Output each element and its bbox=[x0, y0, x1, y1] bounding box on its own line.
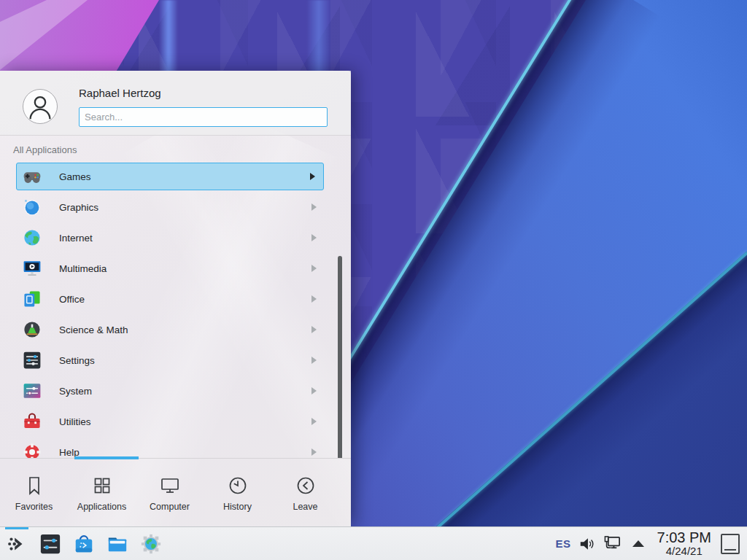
category-label: Office bbox=[59, 294, 85, 305]
submenu-arrow-icon bbox=[311, 234, 317, 241]
system-tray: ES 7:03 PM bbox=[556, 530, 747, 557]
category-label: Games bbox=[59, 171, 91, 182]
toolbox-icon bbox=[23, 412, 42, 431]
launcher-header: Raphael Hertzog bbox=[0, 71, 351, 136]
discover-bag-icon bbox=[73, 533, 95, 555]
globe-icon bbox=[23, 228, 42, 247]
discover-button[interactable] bbox=[70, 527, 98, 560]
system-settings-button[interactable] bbox=[36, 527, 64, 560]
tab-favorites[interactable]: Favorites bbox=[0, 459, 68, 526]
submenu-arrow-icon bbox=[311, 203, 317, 211]
active-tab-indicator bbox=[74, 456, 139, 459]
submenu-arrow-icon bbox=[311, 387, 317, 394]
sphere-icon bbox=[23, 198, 42, 217]
wallpaper-gloss-streak bbox=[159, 0, 178, 73]
category-row-graphics[interactable]: Graphics bbox=[0, 192, 351, 222]
category-label: Graphics bbox=[59, 202, 98, 213]
monitor-icon bbox=[158, 474, 182, 497]
tab-computer[interactable]: Computer bbox=[136, 459, 204, 526]
category-label: Internet bbox=[59, 233, 93, 244]
launcher-tab-bar: Favorites Applications Computer bbox=[0, 459, 351, 526]
category-row-settings[interactable]: Settings bbox=[0, 345, 351, 376]
clock-date: 4/24/21 bbox=[657, 545, 711, 557]
search-box bbox=[79, 107, 328, 127]
expand-tray-caret-icon[interactable] bbox=[629, 534, 648, 553]
category-row-utilities[interactable]: Utilities bbox=[0, 406, 351, 437]
application-launcher-menu: Raphael Hertzog All Applications Games bbox=[0, 71, 351, 526]
section-label: All Applications bbox=[13, 144, 351, 155]
documents-icon bbox=[23, 289, 42, 308]
tab-label: Leave bbox=[293, 502, 317, 512]
category-label: Multimedia bbox=[59, 263, 107, 274]
show-desktop-button[interactable] bbox=[721, 534, 740, 554]
user-name: Raphael Hertzog bbox=[79, 87, 161, 99]
active-app-indicator bbox=[5, 527, 28, 529]
clock-icon bbox=[226, 474, 249, 497]
clock-time: 7:03 PM bbox=[657, 530, 711, 545]
list-scrollbar[interactable] bbox=[338, 256, 342, 458]
kickoff-launcher-icon bbox=[6, 533, 28, 555]
tab-history[interactable]: History bbox=[204, 459, 271, 526]
submenu-arrow-icon bbox=[311, 418, 317, 425]
media-screen-icon bbox=[23, 259, 42, 278]
tab-label: Computer bbox=[150, 502, 190, 512]
grid-icon bbox=[90, 474, 114, 497]
user-avatar[interactable] bbox=[23, 89, 58, 124]
desktop: Raphael Hertzog All Applications Games bbox=[0, 0, 747, 560]
submenu-arrow-icon bbox=[311, 265, 317, 272]
flask-icon bbox=[23, 320, 42, 339]
sliders-icon bbox=[23, 351, 42, 370]
tab-applications[interactable]: Applications bbox=[68, 459, 136, 526]
category-label: Settings bbox=[59, 355, 95, 366]
tab-label: Applications bbox=[77, 502, 126, 512]
category-row-system[interactable]: System bbox=[0, 376, 351, 406]
submenu-arrow-icon bbox=[311, 357, 317, 364]
category-label: Science & Math bbox=[59, 324, 128, 335]
tab-label: History bbox=[223, 502, 252, 512]
tab-leave[interactable]: Leave bbox=[271, 459, 339, 526]
volume-icon[interactable] bbox=[578, 534, 597, 553]
application-category-list: Games Graphics bbox=[0, 158, 351, 458]
submenu-arrow-icon bbox=[311, 326, 317, 333]
keyboard-layout-indicator[interactable]: ES bbox=[556, 537, 571, 550]
category-row-internet[interactable]: Internet bbox=[0, 222, 351, 253]
application-launcher-button[interactable] bbox=[3, 527, 31, 560]
globe-gear-icon bbox=[140, 533, 162, 555]
category-row-multimedia[interactable]: Multimedia bbox=[0, 253, 351, 284]
category-label: Utilities bbox=[59, 416, 91, 427]
web-browser-button[interactable] bbox=[137, 527, 165, 560]
search-input[interactable] bbox=[79, 107, 328, 127]
file-manager-button[interactable] bbox=[104, 527, 131, 560]
wallpaper-gloss-streak bbox=[306, 0, 331, 73]
category-row-office[interactable]: Office bbox=[0, 284, 351, 314]
tab-label: Favorites bbox=[15, 502, 53, 512]
category-label: System bbox=[59, 386, 92, 397]
folder-icon bbox=[107, 533, 128, 555]
category-row-help[interactable]: Help bbox=[0, 437, 351, 458]
bookmark-icon bbox=[23, 474, 46, 497]
network-icon[interactable] bbox=[603, 534, 622, 553]
taskbar-app-icons bbox=[3, 527, 165, 560]
leave-icon bbox=[294, 474, 317, 497]
gamepad-icon bbox=[23, 167, 42, 186]
digital-clock[interactable]: 7:03 PM 4/24/21 bbox=[654, 530, 714, 557]
system-sliders-icon bbox=[23, 381, 42, 400]
submenu-arrow-icon bbox=[311, 295, 317, 303]
submenu-arrow-icon bbox=[310, 173, 315, 180]
lifebuoy-icon bbox=[23, 443, 42, 458]
system-settings-icon bbox=[39, 533, 61, 555]
category-row-science-math[interactable]: Science & Math bbox=[0, 314, 351, 345]
person-icon bbox=[23, 90, 57, 123]
taskbar-panel: ES 7:03 PM bbox=[0, 526, 747, 560]
submenu-arrow-icon bbox=[311, 448, 317, 456]
category-row-games[interactable]: Games bbox=[0, 161, 351, 192]
